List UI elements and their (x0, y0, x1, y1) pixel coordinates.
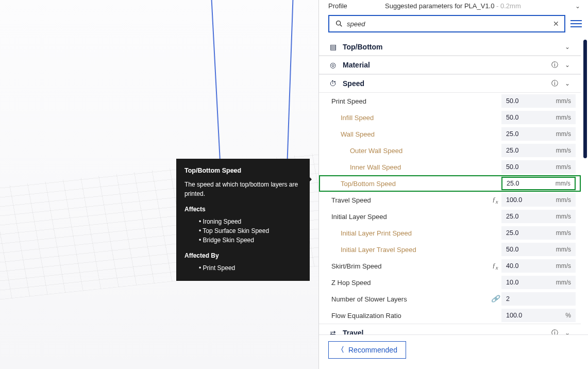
section-speed[interactable]: ⏱ Speed ⓘ ⌄ (319, 74, 581, 93)
profile-value: Suggested parameters for PLA_V1.0 - 0.2m… (385, 2, 573, 10)
chevron-down-icon: ⌄ (563, 43, 572, 51)
search-box[interactable]: ✕ (328, 15, 565, 32)
setting-skirt-brim-speed[interactable]: Skirt/Brim Speed ƒx 40.0mm/s (319, 258, 581, 274)
value-input[interactable]: 25.0mm/s (501, 177, 576, 190)
setting-flow-equalization-ratio[interactable]: Flow Equalization Ratio 100.0% (319, 307, 581, 324)
value-input[interactable]: 25.0mm/s (501, 226, 576, 240)
value-input[interactable]: 40.0mm/s (501, 259, 576, 273)
tooltip-affectedby-label: Affected By (184, 251, 301, 260)
setting-initial-layer-speed[interactable]: Initial Layer Speed 25.0mm/s (319, 208, 581, 225)
value-input[interactable]: 100.0% (501, 309, 576, 322)
material-icon: ◎ (328, 61, 338, 69)
setting-travel-speed[interactable]: Travel Speed ƒx 100.0mm/s (319, 192, 581, 208)
clear-search-icon[interactable]: ✕ (553, 20, 559, 28)
chevron-left-icon: 〈 (337, 345, 344, 355)
chevron-down-icon: ⌄ (563, 80, 572, 87)
profile-label: Profile (328, 2, 385, 10)
tooltip-affects-label: Affects (184, 205, 301, 214)
value-input[interactable]: 50.0mm/s (501, 94, 576, 108)
info-icon[interactable]: ⓘ (551, 328, 558, 334)
value-input[interactable]: 10.0mm/s (501, 276, 576, 289)
chevron-down-icon: ⌄ (573, 3, 583, 10)
hamburger-menu-icon[interactable] (570, 20, 582, 27)
svg-point-0 (337, 21, 341, 25)
setting-inner-wall-speed[interactable]: Inner Wall Speed 50.0mm/s (319, 159, 581, 175)
speed-icon: ⏱ (328, 79, 338, 88)
search-icon (334, 20, 344, 28)
section-top-bottom[interactable]: ▤ Top/Bottom ⌄ (319, 39, 581, 56)
panel-footer: 〈 Recommended (319, 334, 588, 369)
value-input[interactable]: 50.0mm/s (501, 243, 576, 256)
setting-top-bottom-speed[interactable]: Top/Bottom Speed 25.0mm/s (319, 175, 581, 192)
value-input[interactable]: 25.0mm/s (501, 144, 576, 157)
model-edge (211, 0, 222, 175)
settings-list[interactable]: ▤ Top/Bottom ⌄ ◎ Material ⓘ ⌄ ⏱ Speed ⓘ … (319, 39, 581, 334)
setting-outer-wall-speed[interactable]: Outer Wall Speed 25.0mm/s (319, 142, 581, 159)
setting-initial-layer-print-speed[interactable]: Initial Layer Print Speed 25.0mm/s (319, 225, 581, 241)
model-edge (287, 0, 294, 170)
chevron-down-icon: ⌄ (563, 329, 572, 334)
link-icon[interactable]: 🔗 (489, 295, 501, 303)
tooltip-affectedby-item: Print Speed (199, 263, 301, 273)
tooltip-title: Top/Bottom Speed (184, 166, 301, 176)
tooltip-affects-item: Ironing Speed (199, 217, 301, 226)
setting-tooltip: Top/Bottom Speed The speed at which top/… (176, 159, 310, 281)
value-input[interactable]: 2 (501, 292, 576, 306)
info-icon[interactable]: ⓘ (551, 60, 558, 70)
setting-print-speed[interactable]: Print Speed 50.0mm/s (319, 93, 581, 109)
setting-number-slower-layers[interactable]: Number of Slower Layers 🔗 2 (319, 291, 581, 307)
chevron-down-icon: ⌄ (563, 61, 572, 69)
setting-wall-speed[interactable]: Wall Speed 25.0mm/s (319, 126, 581, 142)
fx-icon[interactable]: ƒx (489, 261, 501, 271)
tooltip-description: The speed at which top/bottom layers are… (184, 180, 301, 198)
search-input[interactable] (344, 20, 553, 28)
value-input[interactable]: 50.0mm/s (501, 111, 576, 124)
svg-line-1 (340, 25, 342, 26)
setting-z-hop-speed[interactable]: Z Hop Speed 10.0mm/s (319, 274, 581, 291)
viewport-3d[interactable]: Top/Bottom Speed The speed at which top/… (0, 0, 318, 369)
tooltip-affects-item: Bridge Skin Speed (199, 236, 301, 245)
value-input[interactable]: 25.0mm/s (501, 127, 576, 141)
settings-panel: Profile Suggested parameters for PLA_V1.… (318, 0, 588, 369)
recommended-button[interactable]: 〈 Recommended (328, 341, 406, 359)
setting-infill-speed[interactable]: Infill Speed 50.0mm/s (319, 109, 581, 126)
section-travel[interactable]: ⇄ Travel ⓘ ⌄ (319, 324, 581, 334)
tooltip-affects-item: Top Surface Skin Speed (199, 226, 301, 236)
profile-selector[interactable]: Profile Suggested parameters for PLA_V1.… (319, 0, 588, 15)
setting-initial-layer-travel-speed[interactable]: Initial Layer Travel Speed 50.0mm/s (319, 241, 581, 258)
fx-icon[interactable]: ƒx (489, 195, 501, 205)
top-bottom-icon: ▤ (328, 43, 338, 51)
value-input[interactable]: 50.0mm/s (501, 160, 576, 174)
section-material[interactable]: ◎ Material ⓘ ⌄ (319, 56, 581, 74)
value-input[interactable]: 25.0mm/s (501, 210, 576, 223)
value-input[interactable]: 100.0mm/s (501, 193, 576, 207)
info-icon[interactable]: ⓘ (551, 79, 558, 88)
scrollbar-thumb[interactable] (583, 40, 587, 158)
travel-icon: ⇄ (328, 329, 338, 334)
